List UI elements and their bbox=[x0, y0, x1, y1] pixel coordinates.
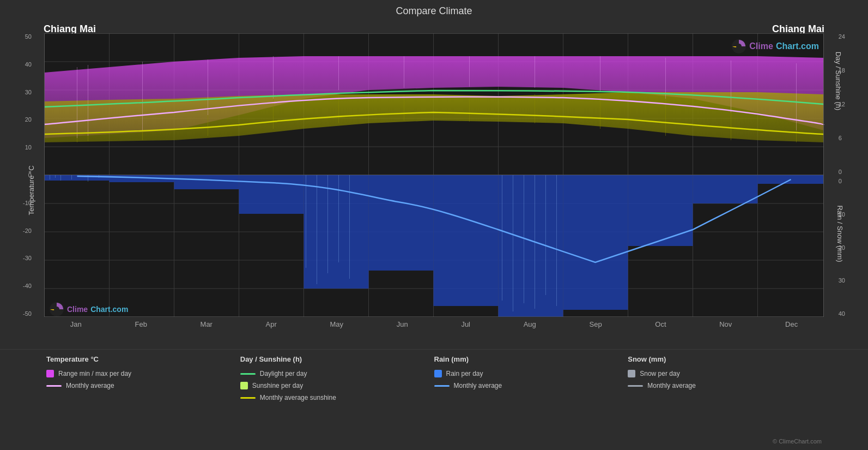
logo-text-clime-right: Clime bbox=[749, 41, 773, 51]
legend-item-rain-bar: Rain per day bbox=[434, 370, 628, 377]
svg-rect-35 bbox=[628, 175, 693, 246]
legend-item-snow-bar: Snow per day bbox=[628, 370, 822, 377]
y-axis-left-numbers: 50403020100-10-20-30-40-50 bbox=[23, 33, 32, 317]
x-label-may: May bbox=[330, 320, 344, 328]
legend-label-temp-range: Range min / max per day bbox=[58, 370, 131, 377]
svg-rect-30 bbox=[304, 175, 369, 289]
legend-item-rain-avg: Monthly average bbox=[434, 382, 628, 389]
legend-col-temperature: Temperature °C Range min / max per day M… bbox=[46, 355, 240, 445]
svg-point-85 bbox=[736, 44, 742, 49]
svg-rect-32 bbox=[434, 175, 499, 306]
legend-bar-sunshine bbox=[240, 382, 248, 389]
x-label-jun: Jun bbox=[397, 320, 408, 328]
legend-bar-snow bbox=[628, 370, 635, 377]
legend-label-snow-avg: Monthly average bbox=[647, 382, 696, 389]
logo-top-right: ClimeChart.com bbox=[731, 39, 819, 54]
legend-col-snow: Snow (mm) Snow per day Monthly average bbox=[628, 355, 822, 445]
logo-icon-left bbox=[49, 302, 64, 317]
legend-line-temp-avg bbox=[46, 385, 62, 387]
legend-label-rain-avg: Monthly average bbox=[454, 382, 502, 389]
svg-rect-26 bbox=[45, 175, 110, 181]
legend-label-snow-bar: Snow per day bbox=[640, 370, 679, 377]
svg-rect-28 bbox=[174, 175, 239, 189]
svg-rect-31 bbox=[369, 175, 434, 271]
svg-point-83 bbox=[54, 307, 59, 312]
x-axis: Jan Feb Mar Apr May Jun Jul Aug Sep Oct … bbox=[44, 318, 824, 331]
x-label-sep: Sep bbox=[590, 320, 602, 328]
legend-line-snow-avg bbox=[628, 385, 643, 387]
legend-line-daylight bbox=[240, 373, 256, 375]
x-label-dec: Dec bbox=[785, 320, 798, 328]
legend-label-sunshine-bar: Sunshine per day bbox=[252, 382, 303, 389]
x-label-jan: Jan bbox=[70, 320, 82, 328]
logo-bottom-left: ClimeChart.com bbox=[49, 302, 128, 317]
legend-label-sunshine-avg: Monthly average sunshine bbox=[260, 394, 336, 401]
svg-rect-33 bbox=[499, 175, 563, 317]
y-axis-right-bottom-numbers: 010203040 bbox=[839, 178, 845, 317]
x-label-aug: Aug bbox=[524, 320, 536, 328]
x-label-apr: Apr bbox=[266, 320, 277, 328]
legend-item-sunshine-bar: Sunshine per day bbox=[240, 382, 434, 389]
logo-icon-right bbox=[731, 39, 746, 54]
legend-line-rain-avg bbox=[434, 385, 450, 387]
legend-bar-temp-range bbox=[46, 370, 54, 377]
legend-item-sunshine-avg: Monthly average sunshine bbox=[240, 394, 434, 401]
legend-item-daylight: Daylight per day bbox=[240, 370, 434, 377]
x-label-mar: Mar bbox=[201, 320, 213, 328]
legend-item-temp-avg: Monthly average bbox=[46, 382, 240, 389]
legend-item-snow-avg: Monthly average bbox=[628, 382, 822, 389]
legend-col4-title: Snow (mm) bbox=[628, 355, 822, 363]
x-label-jul: Jul bbox=[461, 320, 470, 328]
legend-label-rain-bar: Rain per day bbox=[446, 370, 483, 377]
logo-text-chart-right: Chart.com bbox=[776, 41, 819, 51]
legend-col-sunshine: Day / Sunshine (h) Daylight per day Suns… bbox=[240, 355, 434, 445]
logo-text-chart-left: Chart.com bbox=[90, 305, 128, 314]
legend-label-temp-avg: Monthly average bbox=[66, 382, 114, 389]
legend-col2-title: Day / Sunshine (h) bbox=[240, 355, 434, 363]
legend-col3-title: Rain (mm) bbox=[434, 355, 628, 363]
x-label-oct: Oct bbox=[655, 320, 666, 328]
chart-svg bbox=[44, 33, 824, 317]
legend-line-sunshine-avg bbox=[240, 397, 256, 399]
legend-section: Temperature °C Range min / max per day M… bbox=[0, 349, 868, 450]
page-container: Compare Climate Chiang Mai Chiang Mai Te… bbox=[0, 0, 868, 450]
svg-rect-34 bbox=[563, 175, 628, 310]
legend-label-daylight: Daylight per day bbox=[260, 370, 307, 377]
svg-rect-29 bbox=[239, 175, 304, 214]
logo-text-clime-left: Clime bbox=[67, 305, 88, 314]
legend-item-temp-range: Range min / max per day bbox=[46, 370, 240, 377]
svg-rect-36 bbox=[693, 175, 758, 203]
x-label-nov: Nov bbox=[719, 320, 732, 328]
copyright: © ClimeChart.com bbox=[773, 438, 822, 445]
page-title: Compare Climate bbox=[0, 0, 868, 17]
legend-col-rain: Rain (mm) Rain per day Monthly average bbox=[434, 355, 628, 445]
y-axis-right-top-numbers: 24181260 bbox=[839, 33, 845, 175]
x-label-feb: Feb bbox=[135, 320, 147, 328]
legend-bar-rain bbox=[434, 370, 442, 377]
legend-col1-title: Temperature °C bbox=[46, 355, 240, 363]
